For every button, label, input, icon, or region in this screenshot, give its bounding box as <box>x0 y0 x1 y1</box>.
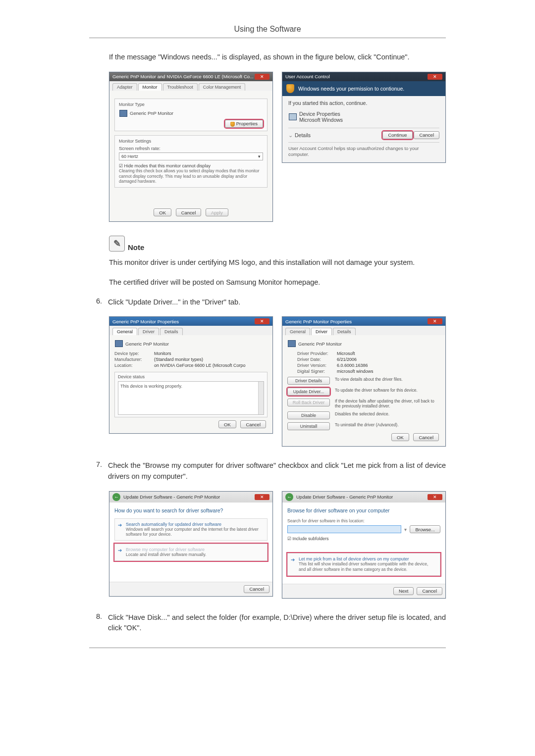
ok-button[interactable]: OK <box>218 420 236 428</box>
properties-button-label: Properties <box>236 121 258 126</box>
hide-modes-checkbox[interactable]: ☑ Hide modes that this monitor cannot di… <box>119 163 263 168</box>
window-properties-driver: Generic PnP Monitor Properties ✕ General… <box>282 316 446 447</box>
monitor-settings-label: Monitor Settings <box>119 139 263 144</box>
cancel-button[interactable]: Cancel <box>244 585 269 593</box>
window-titlebar: Generic PnP Monitor and NVIDIA GeForce 6… <box>109 72 272 81</box>
window-properties-general: Generic PnP Monitor Properties ✕ General… <box>109 316 273 434</box>
option-subtitle: This list will show installed driver sof… <box>299 561 436 572</box>
close-icon[interactable]: ✕ <box>255 494 269 500</box>
tab-driver[interactable]: Driver <box>311 328 332 335</box>
step-7-text: Check the "Browse my computer for driver… <box>108 460 446 482</box>
update-driver-button[interactable]: Update Driver... <box>287 388 330 396</box>
note-block: ✎ Note <box>109 236 446 252</box>
tab-details[interactable]: Details <box>160 328 183 335</box>
window-update-driver-search: ← Update Driver Software - Generic PnP M… <box>109 491 273 597</box>
update-driver-desc: To update the driver software for this d… <box>335 388 440 393</box>
option-pick-from-list[interactable]: ➔ Let me pick from a list of device driv… <box>287 553 440 575</box>
close-icon[interactable]: ✕ <box>255 74 269 80</box>
driver-date-label: Driver Date: <box>297 357 337 362</box>
divider-top <box>89 38 446 38</box>
manufacturer-label: Manufacturer: <box>114 357 154 362</box>
close-icon[interactable]: ✕ <box>255 318 269 324</box>
window-title-text: Generic PnP Monitor Properties <box>112 319 179 324</box>
uninstall-button[interactable]: Uninstall <box>287 422 330 430</box>
details-button[interactable]: Details <box>295 132 311 138</box>
include-subfolders-checkbox[interactable]: ☑ Include subfolders <box>287 536 440 541</box>
monitor-type-label: Monitor Type <box>119 102 263 107</box>
tab-monitor[interactable]: Monitor <box>138 83 162 91</box>
step-8: 8. Click "Have Disk..." and select the f… <box>89 612 446 634</box>
cancel-button[interactable]: Cancel <box>240 420 266 428</box>
cancel-button[interactable]: Cancel <box>413 433 439 441</box>
tabs-row: Adapter Monitor Troubleshoot Color Manag… <box>109 81 272 91</box>
step-8-text: Click "Have Disk..." and select the fold… <box>108 612 446 634</box>
monitor-icon <box>287 339 296 348</box>
refresh-rate-label: Screen refresh rate: <box>119 146 263 151</box>
cancel-button[interactable]: Cancel <box>176 208 202 216</box>
device-status-box: This device is working properly. <box>118 381 264 415</box>
step-7-number: 7. <box>89 460 102 482</box>
ok-button[interactable]: OK <box>391 433 409 441</box>
driver-provider-value: Microsoft <box>337 351 355 356</box>
chevron-down-icon[interactable]: ▾ <box>404 527 407 532</box>
tab-driver[interactable]: Driver <box>138 328 159 335</box>
apply-button[interactable]: Apply <box>206 208 228 216</box>
uac-footer-text: User Account Control helps stop unauthor… <box>288 146 439 157</box>
ok-button[interactable]: OK <box>154 208 171 216</box>
tab-details[interactable]: Details <box>333 328 356 335</box>
next-button[interactable]: Next <box>393 587 414 595</box>
option-subtitle: Windows will search your computer and th… <box>126 527 263 537</box>
back-icon[interactable]: ← <box>285 493 293 501</box>
shield-icon <box>230 122 235 127</box>
note-icon: ✎ <box>109 236 125 252</box>
close-icon[interactable]: ✕ <box>428 318 442 324</box>
tab-adapter[interactable]: Adapter <box>112 83 137 91</box>
location-value: on NVIDIA GeForce 6600 LE (Microsoft Cor… <box>154 363 246 368</box>
figure-row-2: Generic PnP Monitor Properties ✕ General… <box>109 316 446 447</box>
close-icon[interactable]: ✕ <box>428 74 442 80</box>
disable-button[interactable]: Disable <box>287 411 330 419</box>
path-input[interactable] <box>287 525 401 533</box>
cancel-button[interactable]: Cancel <box>417 587 442 595</box>
option-title: Search automatically for updated driver … <box>126 522 263 527</box>
option-search-auto[interactable]: ➔ Search automatically for updated drive… <box>114 518 268 541</box>
tab-general[interactable]: General <box>112 328 137 335</box>
manufacturer-value: (Standard monitor types) <box>154 357 203 362</box>
back-icon[interactable]: ← <box>112 493 120 501</box>
driver-version-value: 6.0.6000.16386 <box>337 363 368 368</box>
arrow-right-icon: ➔ <box>118 548 122 553</box>
rollback-driver-button[interactable]: Roll Back Driver <box>287 399 330 406</box>
window-titlebar: ← Update Driver Software - Generic PnP M… <box>282 492 445 503</box>
tab-troubleshoot[interactable]: Troubleshoot <box>163 83 198 91</box>
driver-version-label: Driver Version: <box>297 363 337 368</box>
uac-titlebar: User Account Control ✕ <box>282 72 445 81</box>
step-7: 7. Check the "Browse my computer for dri… <box>89 460 446 482</box>
tab-general[interactable]: General <box>285 328 310 335</box>
window-titlebar: ← Update Driver Software - Generic PnP M… <box>109 492 272 503</box>
continue-button[interactable]: Continue <box>382 131 412 139</box>
window-monitor-adapter: Generic PnP Monitor and NVIDIA GeForce 6… <box>109 72 273 222</box>
browse-button[interactable]: Browse... <box>410 525 440 533</box>
device-name: Generic PnP Monitor <box>298 341 342 347</box>
device-status-text: This device is working properly. <box>120 384 182 389</box>
option-browse-computer[interactable]: ➔ Browse my computer for driver software… <box>114 544 268 561</box>
hide-modes-label: Hide modes that this monitor cannot disp… <box>124 163 211 168</box>
tab-color-management[interactable]: Color Management <box>199 83 246 91</box>
chevron-down-icon[interactable]: ⌄ <box>288 132 293 138</box>
uac-program-name: Device Properties <box>299 111 343 117</box>
refresh-rate-select[interactable]: 60 Hertz ▾ <box>119 152 263 160</box>
uac-banner: Windows needs your permission to contion… <box>298 86 404 92</box>
window-uac: User Account Control ✕ Windows needs you… <box>282 72 446 163</box>
close-icon[interactable]: ✕ <box>428 494 442 500</box>
figure-row-3: ← Update Driver Software - Generic PnP M… <box>109 491 446 599</box>
driver-details-button[interactable]: Driver Details <box>287 377 330 385</box>
cancel-button[interactable]: Cancel <box>414 131 439 139</box>
device-type-value: Monitors <box>154 351 171 356</box>
figure-row-1: Generic PnP Monitor and NVIDIA GeForce 6… <box>109 72 446 222</box>
arrow-right-icon: ➔ <box>291 557 295 562</box>
properties-button[interactable]: Properties <box>225 120 263 128</box>
step-8-number: 8. <box>89 612 102 634</box>
chevron-down-icon: ▾ <box>258 154 261 159</box>
dialog-buttons: OK Cancel Apply <box>114 208 268 216</box>
device-name: Generic PnP Monitor <box>125 341 169 347</box>
